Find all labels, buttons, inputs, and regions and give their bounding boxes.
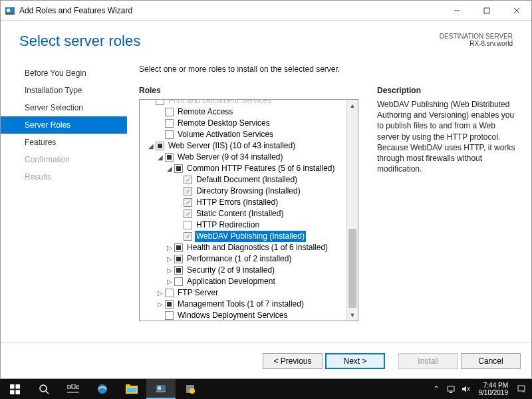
role-health-diagnostics[interactable]: Health and Diagnostics (1 of 6 installed… [186,242,329,253]
step-server-roles[interactable]: Server Roles [1,116,127,134]
tree-row[interactable]: HTTP Errors (Installed) [140,197,358,208]
role-app-development[interactable]: Application Development [186,276,277,287]
expand-icon[interactable]: ▷ [156,299,165,310]
tree-row[interactable]: Windows Deployment Services [140,310,358,321]
feature-http-errors[interactable]: HTTP Errors (Installed) [195,197,279,208]
role-remote-desktop[interactable]: Remote Desktop Services [176,118,271,129]
expand-icon[interactable]: ▷ [165,276,174,287]
tree-row[interactable]: ◢Web Server (IIS) (10 of 43 installed) [140,140,358,152]
step-before-you-begin[interactable]: Before You Begin [1,65,127,82]
feature-directory-browsing[interactable]: Directory Browsing (Installed) [195,186,302,197]
scroll-track[interactable] [347,111,358,309]
tree-row-cutoff: Print and Document Services [140,99,358,106]
feature-default-document[interactable]: Default Document (Installed) [195,174,299,186]
volume-icon[interactable] [460,384,471,394]
tree-row[interactable]: ▷Application Development [140,276,358,287]
tree-row[interactable]: ▷Performance (1 of 2 installed) [140,253,358,265]
role-wds[interactable]: Windows Deployment Services [176,310,289,321]
tree-row[interactable]: ▷Security (2 of 9 installed) [140,265,358,276]
maximize-button[interactable] [471,1,501,20]
expand-icon[interactable]: ▷ [156,287,165,299]
step-features[interactable]: Features [1,134,127,151]
close-button[interactable] [501,1,531,20]
collapse-icon[interactable]: ◢ [165,163,174,174]
tree-row[interactable]: WebDAV Publishing (Installed) [140,231,358,242]
tree-row[interactable]: Default Document (Installed) [140,174,358,186]
checkbox[interactable] [165,289,174,297]
checkbox-partial[interactable] [174,243,183,252]
checkbox-partial[interactable] [165,153,174,162]
previous-button[interactable]: < Previous [263,353,323,369]
feature-webdav-publishing[interactable]: WebDAV Publishing (Installed) [195,231,306,242]
tree-row[interactable]: ▷Health and Diagnostics (1 of 6 installe… [140,242,358,253]
checkbox-checked[interactable] [184,198,192,207]
expand-icon[interactable]: ▷ [165,253,174,265]
minimize-button[interactable] [442,1,471,20]
app-icon[interactable] [176,379,205,399]
checkbox-partial[interactable] [165,300,174,309]
role-management-tools[interactable]: Management Tools (1 of 7 installed) [176,299,305,310]
ie-icon[interactable] [88,379,117,399]
role-common-http[interactable]: Common HTTP Features (5 of 6 installed) [186,163,336,174]
checkbox-partial[interactable] [156,142,164,150]
start-button[interactable] [0,379,29,399]
checkbox[interactable] [165,108,174,116]
task-view-icon[interactable] [59,379,88,399]
tree-row[interactable]: HTTP Redirection [140,219,358,231]
collapse-icon[interactable]: ◢ [156,152,165,163]
tree-row[interactable]: Static Content (Installed) [140,208,358,219]
checkbox[interactable] [174,277,183,286]
notifications-icon[interactable] [516,384,527,394]
tree-row[interactable]: Directory Browsing (Installed) [140,186,358,197]
checkbox-checked[interactable] [184,232,192,241]
tray-chevron-icon[interactable]: ⌃ [431,384,442,394]
feature-static-content[interactable]: Static Content (Installed) [195,208,285,219]
file-explorer-icon[interactable] [117,379,146,399]
collapse-icon[interactable]: ◢ [146,140,156,152]
tree-row[interactable]: Volume Activation Services [140,129,358,140]
checkbox-partial[interactable] [174,164,183,173]
system-tray[interactable]: ⌃ 7:44 PM 9/10/2019 [431,382,533,396]
checkbox[interactable] [165,311,174,320]
checkbox[interactable] [165,119,174,128]
cancel-button[interactable]: Cancel [461,353,521,369]
roles-tree[interactable]: Print and Document Services Remote Acces… [139,99,358,321]
scroll-down-icon[interactable]: ▼ [347,309,358,321]
tree-row[interactable]: ◢Common HTTP Features (5 of 6 installed) [140,163,358,174]
role-performance[interactable]: Performance (1 of 2 installed) [186,253,293,265]
tree-row[interactable]: ▷Management Tools (1 of 7 installed) [140,299,358,310]
network-icon[interactable] [446,384,456,394]
checkbox-checked[interactable] [184,176,192,184]
role-volume-activation[interactable]: Volume Activation Services [176,129,275,140]
scrollbar[interactable]: ▲ ▼ [346,100,358,321]
scroll-up-icon[interactable]: ▲ [347,100,358,111]
expand-icon[interactable]: ▷ [165,265,174,276]
checkbox-checked[interactable] [184,209,192,218]
server-manager-taskbar-icon[interactable] [146,379,176,399]
step-server-selection[interactable]: Server Selection [1,99,127,116]
checkbox-partial[interactable] [174,266,183,275]
role-ftp-server[interactable]: FTP Server [176,287,219,299]
role-security[interactable]: Security (2 of 9 installed) [186,265,276,276]
tree-row[interactable]: Remote Desktop Services [140,118,358,129]
role-remote-access[interactable]: Remote Access [176,106,234,118]
taskbar[interactable]: ⌃ 7:44 PM 9/10/2019 [0,379,532,399]
tree-row[interactable]: Remote Access [140,106,358,118]
role-web-server[interactable]: Web Server (9 of 34 installed) [176,152,285,163]
expand-icon[interactable]: ▷ [165,242,174,253]
feature-http-redirection[interactable]: HTTP Redirection [195,219,261,231]
next-button[interactable]: Next > [325,353,385,369]
search-icon[interactable] [29,379,59,399]
tree-row[interactable]: ◢Web Server (9 of 34 installed) [140,152,358,163]
titlebar[interactable]: Add Roles and Features Wizard [1,1,531,21]
svg-rect-8 [15,384,20,389]
checkbox[interactable] [165,130,174,139]
step-installation-type[interactable]: Installation Type [1,82,127,99]
checkbox-partial[interactable] [174,255,183,263]
clock[interactable]: 7:44 PM 9/10/2019 [475,382,513,396]
role-web-server-iis[interactable]: Web Server (IIS) (10 of 43 installed) [167,140,297,152]
checkbox-checked[interactable] [184,187,192,196]
scroll-thumb[interactable] [348,229,356,308]
tree-row[interactable]: ▷FTP Server [140,287,358,299]
checkbox[interactable] [184,221,192,229]
